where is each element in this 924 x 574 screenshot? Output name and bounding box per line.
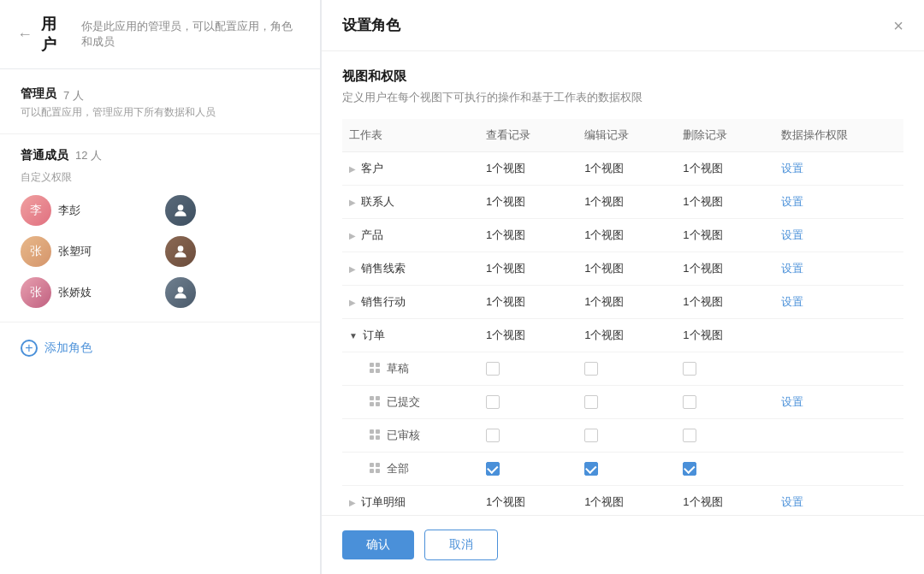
- dialog: 设置角色 × 视图和权限 定义用户在每个视图下可执行的操作和基于工作表的数据权限…: [321, 0, 924, 574]
- delete-checkbox[interactable]: [683, 362, 696, 376]
- edit-cell: 1个视图: [574, 186, 672, 219]
- view-checkbox[interactable]: [486, 462, 500, 476]
- view-cell: 1个视图: [476, 486, 574, 516]
- member-item: 李 李彭: [21, 195, 155, 226]
- add-role-icon: +: [21, 340, 38, 357]
- settings-link[interactable]: 设置: [781, 162, 803, 175]
- grid-icon: [370, 363, 382, 375]
- expand-chevron[interactable]: ▶: [349, 164, 356, 174]
- delete-checkbox[interactable]: [683, 462, 696, 476]
- settings-link[interactable]: 设置: [781, 395, 803, 408]
- back-button[interactable]: ←: [17, 27, 33, 42]
- delete-checkbox[interactable]: [683, 429, 696, 442]
- settings-link[interactable]: 设置: [781, 195, 803, 208]
- view-cell: 1个视图: [476, 219, 574, 252]
- settings-cell[interactable]: 设置: [771, 386, 903, 419]
- table-row: 已提交 设置: [342, 386, 903, 419]
- settings-cell[interactable]: 设置: [771, 219, 903, 252]
- expand-chevron[interactable]: ▶: [349, 298, 356, 307]
- settings-link[interactable]: 设置: [781, 262, 803, 275]
- avatar: 张: [21, 277, 51, 308]
- expand-chevron[interactable]: ▶: [349, 498, 356, 507]
- settings-cell[interactable]: 设置: [771, 252, 903, 286]
- permissions-table: 工作表 查看记录 编辑记录 删除记录 数据操作权限 ▶ 客户 1个视图 1个视图…: [342, 119, 903, 515]
- edit-cell: [574, 419, 672, 453]
- top-nav: ← 用户 你是此应用的管理员，可以配置应用，角色和成员: [0, 0, 320, 69]
- view-checkbox[interactable]: [486, 429, 500, 442]
- settings-cell[interactable]: 设置: [771, 152, 903, 186]
- member-section-title: 普通成员: [21, 148, 68, 163]
- grid-icon: [370, 429, 382, 441]
- cancel-button[interactable]: 取消: [424, 530, 498, 560]
- table-row: ▶ 订单明细 1个视图 1个视图 1个视图 设置: [342, 486, 903, 516]
- delete-checkbox[interactable]: [683, 395, 696, 409]
- member-item: 张 张娇妓: [21, 277, 155, 308]
- member-grid: 李 李彭 张 张塑珂 张 张: [21, 195, 299, 308]
- view-cell: 1个视图: [476, 319, 574, 352]
- settings-cell[interactable]: 设置: [771, 286, 903, 319]
- view-checkbox[interactable]: [486, 362, 500, 376]
- worksheet-name: 客户: [361, 161, 383, 176]
- subsheet-name: 已审核: [387, 428, 420, 443]
- worksheet-name: 订单明细: [361, 494, 406, 510]
- view-cell: 1个视图: [476, 152, 574, 186]
- expand-chevron[interactable]: ▼: [349, 331, 358, 340]
- table-row: 全部: [342, 453, 903, 486]
- delete-cell: 1个视图: [672, 219, 771, 252]
- delete-cell: [672, 419, 771, 453]
- worksheet-name: 订单: [363, 328, 385, 343]
- dialog-close-button[interactable]: ×: [893, 17, 903, 34]
- subsheet-name: 草稿: [387, 361, 409, 376]
- admin-section: 管理员 7 人 可以配置应用，管理应用下所有数据和人员: [0, 69, 320, 134]
- expand-chevron[interactable]: ▶: [349, 198, 356, 207]
- edit-checkbox[interactable]: [584, 362, 598, 376]
- member-count: 12 人: [75, 148, 102, 163]
- table-row: ▼ 订单 1个视图 1个视图 1个视图: [342, 319, 903, 352]
- worksheet-name: 联系人: [361, 194, 394, 210]
- avatar: 李: [21, 195, 51, 226]
- member-item: [165, 236, 299, 267]
- section-heading: 视图和权限: [342, 68, 903, 85]
- edit-cell: 1个视图: [574, 219, 672, 252]
- settings-cell: [771, 419, 903, 453]
- table-row: ▶ 产品 1个视图 1个视图 1个视图 设置: [342, 219, 903, 252]
- settings-cell[interactable]: 设置: [771, 186, 903, 219]
- view-cell: 1个视图: [476, 252, 574, 286]
- add-role-button[interactable]: + 添加角色: [0, 323, 320, 374]
- view-checkbox[interactable]: [486, 395, 500, 409]
- table-row: ▶ 客户 1个视图 1个视图 1个视图 设置: [342, 152, 903, 186]
- expand-chevron[interactable]: ▶: [349, 264, 356, 274]
- settings-link[interactable]: 设置: [781, 295, 803, 308]
- page-title: 用户: [41, 14, 69, 55]
- edit-checkbox[interactable]: [584, 462, 598, 476]
- col-header-view: 查看记录: [476, 119, 574, 152]
- delete-cell: 1个视图: [672, 486, 771, 516]
- edit-cell: [574, 453, 672, 486]
- worksheet-name: 产品: [361, 228, 383, 243]
- member-section: 普通成员 12 人 自定义权限 李 李彭 张 张塑珂: [0, 134, 320, 323]
- dialog-body: 视图和权限 定义用户在每个视图下可执行的操作和基于工作表的数据权限 工作表 查看…: [322, 51, 924, 515]
- settings-link[interactable]: 设置: [781, 495, 803, 508]
- member-item: [165, 277, 299, 308]
- table-row: 草稿: [342, 352, 903, 386]
- subsheet-name: 已提交: [387, 394, 420, 410]
- admin-count: 7 人: [63, 88, 84, 104]
- view-cell: 1个视图: [476, 186, 574, 219]
- edit-checkbox[interactable]: [584, 429, 598, 442]
- edit-checkbox[interactable]: [584, 395, 598, 409]
- edit-cell: [574, 386, 672, 419]
- subsheet-name: 全部: [387, 461, 409, 476]
- table-row: ▶ 销售行动 1个视图 1个视图 1个视图 设置: [342, 286, 903, 319]
- add-role-label: 添加角色: [44, 340, 92, 356]
- dialog-footer: 确认 取消: [322, 515, 924, 574]
- settings-cell: [771, 319, 903, 352]
- settings-cell: [771, 453, 903, 486]
- confirm-button[interactable]: 确认: [342, 530, 414, 559]
- member-item: 张 张塑珂: [21, 236, 155, 267]
- settings-link[interactable]: 设置: [781, 228, 803, 241]
- svg-point-2: [178, 287, 184, 293]
- settings-cell[interactable]: 设置: [771, 486, 903, 516]
- delete-cell: [672, 386, 771, 419]
- expand-chevron[interactable]: ▶: [349, 231, 356, 240]
- svg-point-1: [178, 246, 184, 251]
